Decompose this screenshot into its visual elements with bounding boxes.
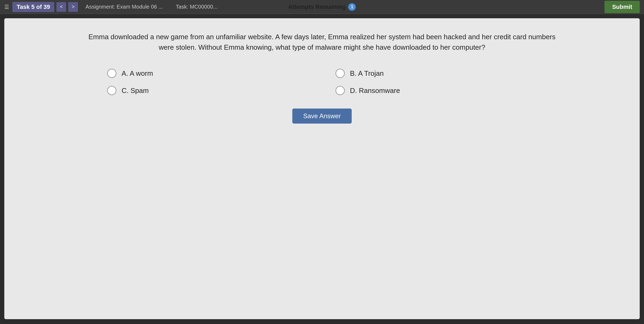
option-c-radio[interactable]: [107, 86, 116, 95]
nav-left: ☰ Task 5 of 39 < > Assignment: Exam Modu…: [4, 2, 218, 12]
option-b-row: B. A Trojan: [336, 69, 537, 78]
task-label: Task: MC00000...: [176, 4, 218, 10]
menu-icon[interactable]: ☰: [4, 4, 9, 10]
option-d-label[interactable]: D. Ransomware: [350, 87, 400, 95]
option-b-label[interactable]: B. A Trojan: [350, 69, 384, 78]
task-counter: Task 5 of 39: [12, 2, 54, 12]
option-a-label[interactable]: A. A worm: [122, 69, 153, 78]
option-a-radio[interactable]: [107, 69, 116, 78]
next-task-button[interactable]: >: [68, 2, 78, 12]
assignment-label: Assignment: Exam Module 06 ...: [85, 4, 163, 10]
nav-right: Submit: [605, 1, 640, 13]
save-answer-button[interactable]: Save Answer: [292, 109, 351, 124]
options-container: A. A worm B. A Trojan C. Spam D. Ransomw…: [107, 69, 537, 95]
attempts-label: Attempts Remaining: [288, 3, 346, 10]
main-content: Emma downloaded a new game from an unfam…: [4, 18, 640, 319]
option-c-label[interactable]: C. Spam: [122, 87, 149, 95]
option-a-row: A. A worm: [107, 69, 309, 78]
top-navigation: ☰ Task 5 of 39 < > Assignment: Exam Modu…: [0, 0, 644, 14]
option-b-radio[interactable]: [336, 69, 345, 78]
question-text: Emma downloaded a new game from an unfam…: [80, 32, 564, 53]
option-d-radio[interactable]: [336, 86, 345, 95]
attempts-badge: 1: [348, 3, 356, 11]
prev-task-button[interactable]: <: [56, 2, 66, 12]
save-answer-container: Save Answer: [20, 109, 624, 124]
option-c-row: C. Spam: [107, 86, 309, 95]
attempts-remaining-section: Attempts Remaining 1: [288, 3, 356, 11]
option-d-row: D. Ransomware: [336, 86, 537, 95]
submit-button[interactable]: Submit: [605, 1, 640, 13]
